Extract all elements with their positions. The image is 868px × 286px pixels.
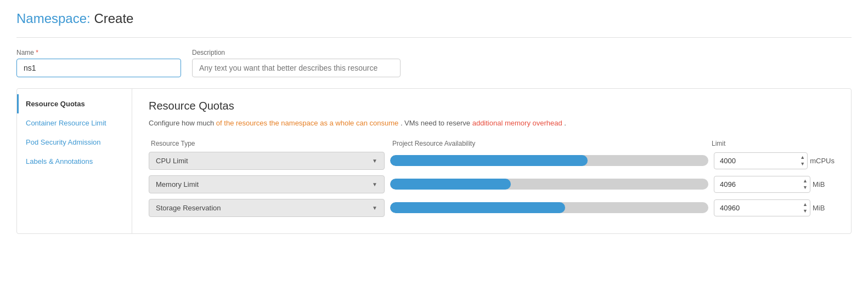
chevron-down-icon: ▼: [372, 158, 377, 164]
resource-rows: CPU Limit ▼ ▲ ▼ mCPUs Memory Limit ▼: [149, 152, 835, 217]
spinner-down-storage-reservation[interactable]: ▼: [801, 208, 809, 214]
chevron-down-icon: ▼: [372, 181, 377, 187]
spinner-cpu-limit: ▲ ▼: [798, 155, 807, 167]
progress-bar-cpu-limit: [390, 155, 708, 166]
chevron-down-icon: ▼: [372, 205, 377, 211]
limit-input-wrapper-cpu-limit: ▲ ▼: [714, 152, 808, 169]
top-fields: Name * Description: [16, 49, 852, 77]
resource-row-cpu-limit: CPU Limit ▼ ▲ ▼ mCPUs: [149, 152, 835, 170]
header-limit: Limit: [712, 140, 832, 147]
title-divider: [16, 37, 852, 38]
limit-input-group-storage-reservation: ▲ ▼ MiB: [714, 199, 835, 216]
main-layout: Resource Quotas Container Resource Limit…: [16, 88, 852, 234]
description-input[interactable]: [192, 59, 401, 77]
page-title: Namespace: Create: [16, 11, 852, 26]
resource-select-memory-limit[interactable]: Memory Limit ▼: [149, 175, 385, 193]
resource-row-storage-reservation: Storage Reservation ▼ ▲ ▼ MiB: [149, 199, 835, 217]
limit-input-wrapper-memory-limit: ▲ ▼: [714, 176, 810, 193]
resource-select-storage-reservation[interactable]: Storage Reservation ▼: [149, 199, 385, 217]
spinner-up-cpu-limit[interactable]: ▲: [798, 155, 807, 161]
section-title: Resource Quotas: [149, 100, 835, 112]
unit-label-storage-reservation: MiB: [813, 204, 835, 212]
progress-bar-fill-storage-reservation: [390, 202, 565, 213]
limit-input-memory-limit[interactable]: [714, 176, 810, 193]
name-label: Name *: [16, 49, 181, 56]
name-field-group: Name *: [16, 49, 181, 77]
spinner-up-storage-reservation[interactable]: ▲: [801, 202, 809, 208]
resource-select-label-storage-reservation: Storage Reservation: [156, 204, 221, 212]
unit-label-memory-limit: MiB: [813, 180, 835, 188]
sidebar: Resource Quotas Container Resource Limit…: [17, 89, 132, 233]
header-availability: Project Resource Availability: [392, 140, 706, 147]
progress-bar-fill-cpu-limit: [390, 155, 588, 166]
unit-label-cpu-limit: mCPUs: [810, 157, 835, 165]
sidebar-item-labels-annotations[interactable]: Labels & Annotations: [17, 152, 132, 171]
sidebar-item-container-resource-limit[interactable]: Container Resource Limit: [17, 113, 132, 133]
limit-input-wrapper-storage-reservation: ▲ ▼: [714, 199, 810, 216]
table-header: Resource Type Project Resource Availabil…: [149, 140, 835, 147]
limit-input-group-memory-limit: ▲ ▼ MiB: [714, 176, 835, 193]
resource-select-label-cpu-limit: CPU Limit: [156, 157, 188, 165]
spinner-up-memory-limit[interactable]: ▲: [801, 178, 809, 184]
description-field-group: Description: [192, 49, 401, 77]
limit-input-storage-reservation[interactable]: [714, 199, 810, 216]
spinner-down-cpu-limit[interactable]: ▼: [798, 161, 807, 167]
sidebar-item-pod-security-admission[interactable]: Pod Security Admission: [17, 133, 132, 152]
section-description: Configure how much of the resources the …: [149, 118, 835, 129]
name-input[interactable]: [16, 59, 181, 77]
spinner-storage-reservation: ▲ ▼: [801, 202, 809, 214]
limit-input-group-cpu-limit: ▲ ▼ mCPUs: [714, 152, 835, 169]
sidebar-item-resource-quotas[interactable]: Resource Quotas: [17, 94, 132, 113]
description-label: Description: [192, 49, 401, 56]
progress-bar-memory-limit: [390, 179, 708, 190]
resource-row-memory-limit: Memory Limit ▼ ▲ ▼ MiB: [149, 175, 835, 193]
resource-select-label-memory-limit: Memory Limit: [156, 180, 199, 188]
spinner-memory-limit: ▲ ▼: [801, 178, 809, 191]
content-area: Resource Quotas Configure how much of th…: [132, 89, 851, 233]
progress-bar-storage-reservation: [390, 202, 708, 213]
resource-select-cpu-limit[interactable]: CPU Limit ▼: [149, 152, 385, 170]
limit-input-cpu-limit[interactable]: [714, 152, 808, 169]
header-resource-type: Resource Type: [151, 140, 387, 147]
spinner-down-memory-limit[interactable]: ▼: [801, 185, 809, 191]
progress-bar-fill-memory-limit: [390, 179, 511, 190]
